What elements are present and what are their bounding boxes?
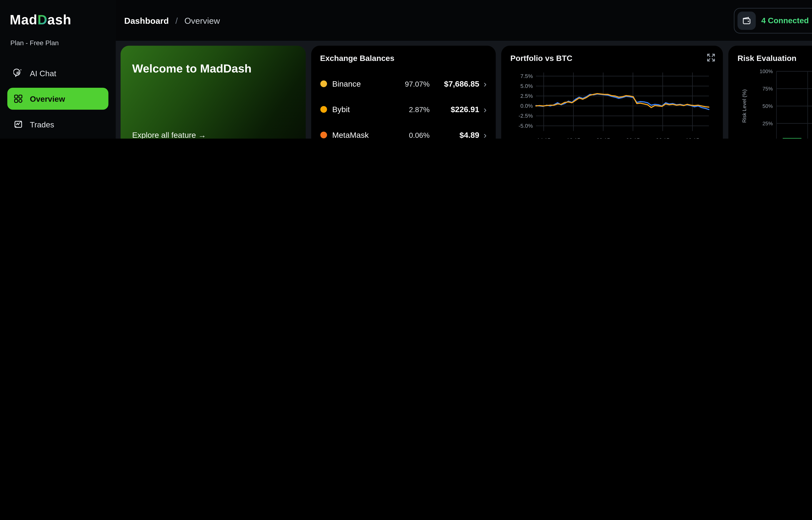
svg-text:-5.0%: -5.0% (519, 123, 533, 129)
exchange-percent: 2.87% (386, 105, 430, 114)
sidebar: MadDash Plan - Free Plan AI Chat Overvie… (0, 0, 116, 139)
expand-icon[interactable] (706, 53, 716, 64)
sidebar-item-label: Trades (30, 120, 54, 129)
exchange-balances-card: Exchange Balances Binance97.07%$7,686.85… (311, 46, 496, 139)
svg-text:75%: 75% (762, 86, 773, 92)
portfolio-vs-btc-card: Portfolio vs BTC 7.5%5.0%2.5%0.0%-2.5%-5… (501, 46, 723, 139)
svg-text:5.0%: 5.0% (520, 83, 533, 89)
sidebar-item-label: AI Chat (30, 69, 56, 78)
exchange-name: MetaMask (332, 130, 386, 139)
exchange-dot (320, 80, 327, 87)
svg-text:7.5%: 7.5% (520, 73, 533, 79)
breadcrumb-overview[interactable]: Overview (184, 16, 220, 25)
risk-evaluation-card: Risk Evaluation 0%25%50%75%100%Risk Leve… (728, 46, 812, 139)
app-logo[interactable]: MadDash (0, 0, 116, 28)
welcome-card: Welcome to MadDash Explore all feature → (121, 46, 306, 139)
svg-text:100%: 100% (760, 69, 773, 74)
maddash-dashboard: MadDash Plan - Free Plan AI Chat Overvie… (0, 0, 812, 139)
svg-text:06:15: 06:15 (656, 137, 669, 139)
topbar-actions: 4 Connected John Doe (734, 8, 812, 33)
sidebar-item-overview[interactable]: Overview (7, 88, 109, 110)
topbar: Dashboard / Overview 4 Connected (116, 0, 812, 42)
sidebar-item-ai-chat[interactable]: AI Chat (7, 62, 109, 84)
exchange-percent: 0.06% (386, 131, 430, 139)
risk-evaluation-chart: 0%25%50%75%100%Risk Level (%) (737, 63, 812, 139)
portfolio-vs-btc-title: Portfolio vs BTC (510, 54, 714, 63)
logo-bull-icon: D (37, 12, 48, 28)
svg-text:2.5%: 2.5% (520, 93, 533, 99)
exchange-value: $226.91 (430, 105, 479, 114)
svg-text:0.0%: 0.0% (520, 103, 533, 109)
exchange-balances-title: Exchange Balances (320, 54, 487, 63)
sidebar-item-label: Overview (30, 94, 65, 103)
sidebar-nav: AI Chat Overview Trades M (0, 62, 116, 139)
wallet-icon-tile (737, 11, 756, 30)
svg-text:18:15: 18:15 (567, 137, 580, 139)
exchange-percent: 97.07% (386, 79, 430, 88)
svg-text:22:15: 22:15 (596, 137, 610, 139)
portfolio-vs-btc-chart: 7.5%5.0%2.5%0.0%-2.5%-5.0%14:1518:1522:1… (510, 63, 714, 139)
chevron-right-icon: › (484, 132, 487, 138)
svg-text:10:15: 10:15 (685, 137, 699, 139)
wallet-status-text: 4 Connected (761, 16, 809, 25)
logo-text-pre: Mad (10, 12, 37, 27)
breadcrumb-dashboard[interactable]: Dashboard (124, 16, 169, 25)
wallets-connected-button[interactable]: 4 Connected (734, 8, 812, 33)
exchange-name: Binance (332, 79, 386, 88)
svg-text:-2.5%: -2.5% (519, 113, 533, 119)
svg-text:25%: 25% (762, 121, 773, 126)
svg-text:14:15: 14:15 (537, 137, 551, 139)
exchange-value: $7,686.85 (430, 79, 479, 88)
svg-text:0%: 0% (765, 138, 773, 139)
exchange-row[interactable]: Bybit2.87%$226.91› (320, 105, 487, 114)
exchange-rows: Binance97.07%$7,686.85›Bybit2.87%$226.91… (320, 79, 487, 139)
exchange-dot (320, 132, 327, 138)
exchange-dot (320, 106, 327, 113)
overview-grid-icon (13, 94, 23, 104)
exchange-value: $4.89 (430, 130, 479, 139)
explore-features-link[interactable]: Explore all feature → (132, 130, 206, 139)
chevron-right-icon: › (484, 80, 487, 87)
trades-icon (13, 120, 23, 129)
breadcrumb-separator: / (175, 16, 178, 25)
plan-label: Plan - Free Plan (0, 28, 116, 47)
welcome-title: Welcome to MadDash (132, 62, 297, 76)
sidebar-item-trades[interactable]: Trades (7, 113, 109, 135)
ai-chat-icon (13, 68, 23, 78)
logo-text-post: ash (48, 12, 72, 27)
svg-text:50%: 50% (762, 103, 773, 109)
svg-text:02:15: 02:15 (626, 137, 640, 139)
breadcrumb: Dashboard / Overview (124, 16, 220, 25)
chevron-right-icon: › (484, 106, 487, 113)
exchange-name: Bybit (332, 105, 386, 114)
exchange-row[interactable]: MetaMask0.06%$4.89› (320, 130, 487, 139)
exchange-row[interactable]: Binance97.07%$7,686.85› (320, 79, 487, 88)
svg-text:Risk Level (%): Risk Level (%) (741, 89, 747, 123)
wallet-icon (742, 16, 752, 25)
risk-evaluation-title: Risk Evaluation (737, 54, 812, 63)
main-content: Welcome to MadDash Explore all feature →… (121, 46, 812, 139)
